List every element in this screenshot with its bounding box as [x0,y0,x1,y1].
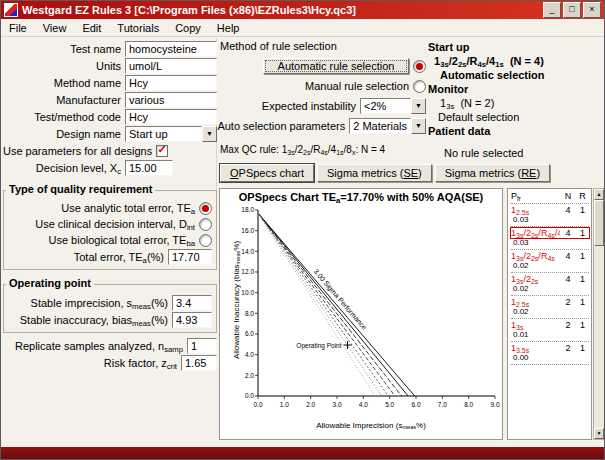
rules-list: 12.5s410.0313s/22s/R4s/41s410.0313s/22s/… [511,204,589,365]
svg-text:1.0: 1.0 [280,401,289,408]
test-name-label: Test name [3,43,125,55]
close-button[interactable]: × [583,2,601,18]
design-name-select[interactable]: Start up ▼ [125,126,217,142]
rules-row[interactable]: 13s210.01 [511,319,589,342]
units-input[interactable]: umol/L [125,58,217,74]
rules-row[interactable]: 13s/22s410.02 [511,273,589,296]
expected-instability-select[interactable]: <2% ▼ [360,98,426,114]
n-column-header: N [560,191,576,201]
rule-name: 13s/22s/R4s/41s [511,228,560,238]
rules-row[interactable]: 13s/22s/R4s/41s410.03 [511,227,589,250]
menu-item-copy[interactable]: Copy [167,21,209,35]
svg-text:16.0: 16.0 [241,227,254,234]
n-value: 4 [560,251,576,261]
biological-total-error-radio[interactable] [199,234,212,247]
menu-item-file[interactable]: File [1,21,35,35]
tab-sigma-metrics-re[interactable]: Sigma metrics (RE) [435,164,550,182]
manufacturer-input[interactable]: various [125,92,217,108]
chart-body: Allowable Inaccuracy (biasmeas%) 0.01.02… [232,205,502,421]
auto-selection-parameters-select[interactable]: 2 Materials ▼ [349,118,426,134]
rules-row[interactable]: 12.5s410.03 [511,204,589,227]
test-method-code-input[interactable]: Hcy [125,109,217,125]
pfr-value: 0.03 [511,238,589,247]
method-name-label: Method name [3,77,125,89]
manufacturer-label: Manufacturer [3,94,125,106]
monitor-rule-text: 13s [440,97,454,109]
svg-text:2.0: 2.0 [306,401,315,408]
svg-text:3.0: 3.0 [332,401,341,408]
total-error-label: Total error, TEa(%) [8,251,168,263]
monitor-rule: 13s (N = 2) [440,96,604,110]
scroll-thumb[interactable] [594,200,604,246]
app-icon [4,3,18,17]
title-bar: Westgard EZ Rules 3 [C:\Program Files (x… [1,1,604,19]
maximize-button[interactable]: □ [563,2,581,18]
menu-item-edit[interactable]: Edit [74,21,109,35]
chart-axes [258,210,495,396]
svg-text:0.0: 0.0 [253,401,262,408]
chevron-down-icon[interactable]: ▼ [202,126,217,142]
chart-tabs: OPSpecs chart Sigma metrics (SE) Sigma m… [220,164,550,182]
clinical-decision-interval-radio[interactable] [199,218,212,231]
n-value: 2 [560,343,576,353]
menu-bar: File View Edit Tutorials Copy Help [1,19,604,37]
menu-item-help[interactable]: Help [209,21,248,35]
analytic-total-error-label: Use analytic total error, TEa [61,202,195,214]
analytic-total-error-radio[interactable] [199,202,212,215]
automatic-rule-radio[interactable] [413,60,426,73]
rules-row[interactable]: 13.5s210.00 [511,342,589,365]
rules-row[interactable]: 12.5s210.02 [511,296,589,319]
stable-inaccuracy-input[interactable]: 4.93 [172,312,212,328]
manual-rule-radio[interactable] [413,80,426,93]
check-icon: ✓ [158,144,167,155]
svg-text:14.0: 14.0 [241,248,254,255]
n-value: 4 [560,274,576,284]
r-value: 1 [576,343,589,353]
main-content: Test namehomocysteine Unitsumol/L Method… [1,36,604,447]
decision-level-input[interactable]: 15.00 [125,160,173,176]
stable-imprecision-input[interactable]: 3.4 [172,295,212,311]
chevron-down-icon[interactable]: ▼ [411,118,426,134]
svg-text:6.0: 6.0 [245,330,254,337]
minimize-button[interactable]: _ [543,2,561,18]
rules-scrollbar[interactable]: ▲ ▼ [593,188,605,440]
stable-imprecision-label: Stable imprecision, smeas(%) [8,297,172,309]
scroll-up-button[interactable]: ▲ [594,189,604,200]
max-qc-rule-prefix: Max QC rule: [220,144,282,155]
selected-rule-text: 13s/22s/R4s/41s [434,55,504,67]
method-name-input[interactable]: Hcy [125,75,217,91]
svg-text:8.0: 8.0 [245,310,254,317]
use-params-checkbox[interactable]: ✓ [156,145,168,157]
test-name-input[interactable]: homocysteine [125,41,217,57]
max-qc-rule-text: 13s/22s/R4s/41s/8x [282,144,356,155]
chevron-down-icon[interactable]: ▼ [411,98,426,114]
max-qc-rule-suffix: : N = 4 [355,144,385,155]
tab-opspecs-chart[interactable]: OPSpecs chart [220,164,314,182]
monitor-selection: Default selection [438,110,604,124]
menu-item-tutorials[interactable]: Tutorials [109,21,167,35]
automatic-rule-selection-button[interactable]: Automatic rule selection [263,58,409,74]
rule-name: 13s/22s/R4s [511,251,560,261]
replicate-samples-input[interactable]: 1 [187,338,217,354]
method-of-rule-selection-label: Method of rule selection [220,40,426,56]
opspecs-lines [258,213,415,396]
tab-sigma-metrics-se[interactable]: Sigma metrics (SE) [317,164,432,182]
pfr-value: 0.02 [511,307,589,316]
manual-rule-selection-label[interactable]: Manual rule selection [305,80,409,92]
rules-row[interactable]: 13s/22s/R4s410.02 [511,250,589,273]
risk-factor-input[interactable]: 1.65 [181,355,217,371]
scroll-down-button[interactable]: ▼ [594,428,604,439]
quality-requirement-group: Type of quality requirement Use analytic… [3,190,217,270]
selected-rule: 13s/22s/R4s/41s (N = 4) [434,54,604,68]
quality-group-title: Type of quality requirement [6,183,155,195]
rule-name: 13s/22s [511,274,560,284]
n-value: 4 [560,228,576,238]
r-value: 1 [576,274,589,284]
operating-point-group-title: Operating point [6,277,94,289]
auto-selection-parameters-value: 2 Materials [349,118,411,134]
total-error-input[interactable]: 17.70 [168,249,212,265]
left-panel: Test namehomocysteine Unitsumol/L Method… [3,40,217,371]
monitor-title: Monitor [428,82,604,96]
menu-item-view[interactable]: View [35,21,75,35]
chart-title: OPSpecs Chart TEa=17.70% with 50% AQA(SE… [220,189,502,205]
